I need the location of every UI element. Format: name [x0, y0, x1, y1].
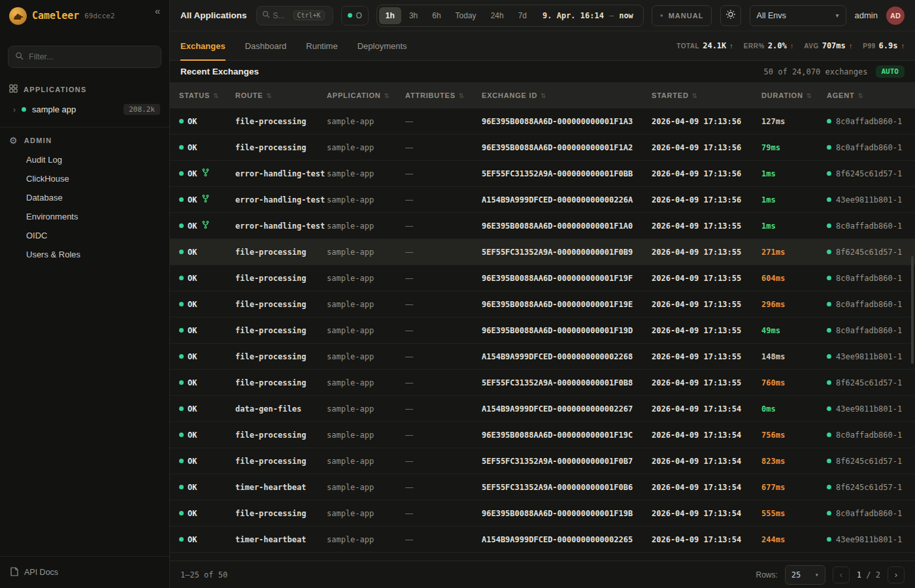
- app-version: 69dcce2: [84, 12, 114, 20]
- search-input[interactable]: [273, 11, 290, 20]
- time-range-button[interactable]: Today: [449, 7, 483, 24]
- status-label: OK: [188, 509, 197, 518]
- range-start-time[interactable]: 9. Apr. 16:14: [535, 11, 608, 20]
- status-label: OK: [188, 535, 197, 544]
- user-avatar[interactable]: AD: [886, 7, 905, 25]
- exchange-row[interactable]: OK file-processing sample-app — 96E395B0…: [170, 291, 915, 318]
- filter-input[interactable]: [29, 52, 154, 61]
- tab[interactable]: Dashboard: [245, 31, 287, 60]
- sidebar-item[interactable]: ClickHouse: [0, 169, 169, 188]
- column-header[interactable]: DURATION ⇅: [761, 91, 827, 99]
- agent-cell: 8c0affadb860-1: [827, 326, 906, 335]
- sidebar-item[interactable]: Environments: [0, 207, 169, 226]
- started-cell: 2026-04-09 17:13:55: [652, 300, 761, 309]
- sidebar-collapse-button[interactable]: «: [155, 5, 160, 16]
- app-status-dot: [22, 107, 26, 112]
- environment-select[interactable]: All Envs ▾: [750, 5, 846, 26]
- exchange-id-cell: A154B9A999DFCED-0000000000002265: [482, 535, 652, 544]
- tab[interactable]: Deployments: [358, 31, 407, 60]
- status-cell: OK: [179, 248, 235, 257]
- status-cell: OK: [179, 535, 235, 544]
- exchange-row[interactable]: OK timer-heartbeat sample-app — 5EF55FC3…: [170, 474, 915, 500]
- status-ok-dot: [179, 354, 184, 359]
- time-range-pills: 1h 3h 6h Today 24h 7d: [379, 7, 533, 24]
- column-header[interactable]: STARTED ⇅: [652, 91, 761, 99]
- manual-refresh-button[interactable]: ● MANUAL: [652, 5, 712, 26]
- next-page-button[interactable]: ›: [888, 566, 905, 583]
- topbar-right: All Envs ▾ admin AD: [720, 5, 905, 26]
- application-cell: sample-app: [327, 248, 405, 257]
- status-label: OK: [188, 404, 197, 414]
- started-cell: 2026-04-09 17:13:54: [652, 509, 761, 518]
- route-cell: file-processing: [235, 274, 327, 283]
- sidebar-header: Cameleer 69dcce2 «: [0, 0, 169, 31]
- exchange-row[interactable]: OK file-processing sample-app — 96E395B0…: [170, 422, 915, 448]
- duration-cell: 756ms: [761, 431, 827, 440]
- application-cell: sample-app: [327, 404, 405, 414]
- exchange-row[interactable]: OK timer-heartbeat sample-app — A154B9A9…: [170, 527, 915, 553]
- exchange-row[interactable]: OK file-processing sample-app — A154B9A9…: [170, 344, 915, 370]
- agent-cell: 8f6245c61d57-1: [827, 483, 906, 492]
- time-range-button[interactable]: 1h: [379, 7, 401, 24]
- time-range-button[interactable]: 6h: [425, 7, 447, 24]
- range-end-time[interactable]: now: [615, 11, 641, 20]
- duration-cell: 555ms: [761, 509, 827, 518]
- attributes-cell: —: [405, 117, 482, 126]
- sidebar-filter-box[interactable]: [8, 46, 161, 68]
- global-search-box[interactable]: Ctrl+K: [256, 6, 333, 25]
- exchange-id-cell: 96E395B0088AA6D-000000000001F19F: [482, 274, 652, 283]
- exchange-row[interactable]: OK file-processing sample-app — 5EF55FC3…: [170, 370, 915, 396]
- prev-page-button[interactable]: ‹: [833, 566, 850, 583]
- stat-item: P99 6.9s ↑: [863, 41, 905, 50]
- time-range-button[interactable]: 3h: [403, 7, 424, 24]
- rows-per-page-select[interactable]: 25 ▾: [785, 565, 825, 585]
- exchange-row[interactable]: OK file-processing sample-app — 96E395B0…: [170, 108, 915, 135]
- sidebar-item[interactable]: Audit Log: [0, 150, 169, 169]
- exchange-row[interactable]: OK file-processing sample-app — 5EF55FC3…: [170, 239, 915, 265]
- column-header[interactable]: ATTRIBUTES ⇅: [405, 91, 482, 99]
- route-cell: file-processing: [235, 431, 327, 440]
- sidebar-item[interactable]: OIDC: [0, 226, 169, 245]
- exchange-row[interactable]: OK file-processing sample-app — 96E395B0…: [170, 135, 915, 161]
- column-header[interactable]: APPLICATION ⇅: [327, 91, 405, 99]
- time-range-button[interactable]: 7d: [512, 7, 533, 24]
- time-range-button[interactable]: 24h: [484, 7, 510, 24]
- column-header[interactable]: ROUTE ⇅: [235, 91, 327, 99]
- exchange-id-cell: 5EF55FC31352A9A-000000000001F0B6: [482, 483, 652, 492]
- api-docs-link[interactable]: API Docs: [0, 556, 169, 588]
- exchange-row[interactable]: OK error-handling-test sample-app — A154…: [170, 187, 915, 213]
- column-header[interactable]: EXCHANGE ID ⇅: [482, 91, 652, 99]
- started-cell: 2026-04-09 17:13:55: [652, 248, 761, 257]
- agent-id: 8f6245c61d57-1: [836, 248, 902, 257]
- sidebar-item-sample-app[interactable]: › sample app 208.2k: [0, 99, 169, 122]
- sidebar-item[interactable]: Users & Roles: [0, 245, 169, 264]
- agent-id: 8c0affadb860-1: [836, 221, 902, 231]
- started-cell: 2026-04-09 17:13:56: [652, 143, 761, 152]
- exchange-row[interactable]: OK file-processing sample-app — 96E395B0…: [170, 500, 915, 527]
- agent-status-dot: [827, 276, 831, 280]
- column-header[interactable]: AGENT ⇅: [827, 91, 906, 99]
- exchange-row[interactable]: OK file-processing sample-app — 5EF55FC3…: [170, 448, 915, 474]
- sort-icon: ⇅: [692, 92, 698, 99]
- auto-refresh-badge[interactable]: AUTO: [876, 65, 905, 78]
- scrollbar-thumb[interactable]: [911, 256, 914, 364]
- sun-icon: [725, 9, 736, 22]
- status-cell: OK: [179, 221, 235, 231]
- tab[interactable]: Exchanges: [180, 31, 225, 60]
- theme-toggle-button[interactable]: [720, 5, 741, 26]
- column-header[interactable]: STATUS ⇅: [179, 91, 235, 99]
- exchange-row[interactable]: OK data-gen-files sample-app — A154B9A99…: [170, 396, 915, 422]
- duration-cell: 604ms: [761, 274, 827, 283]
- status-ok-dot: [179, 276, 184, 280]
- attributes-cell: —: [405, 248, 482, 257]
- duration-cell: 1ms: [761, 169, 827, 178]
- stat-item: ERR% 2.0% ↑: [744, 41, 793, 50]
- tab[interactable]: Runtime: [306, 31, 337, 60]
- status-cell: OK: [179, 431, 235, 440]
- only-errors-toggle[interactable]: O: [341, 6, 369, 25]
- exchange-row[interactable]: OK error-handling-test sample-app — 96E3…: [170, 213, 915, 239]
- exchange-row[interactable]: OK file-processing sample-app — 96E395B0…: [170, 265, 915, 291]
- sidebar-item[interactable]: Database: [0, 188, 169, 207]
- exchange-row[interactable]: OK file-processing sample-app — 96E395B0…: [170, 318, 915, 344]
- exchange-row[interactable]: OK error-handling-test sample-app — 5EF5…: [170, 161, 915, 187]
